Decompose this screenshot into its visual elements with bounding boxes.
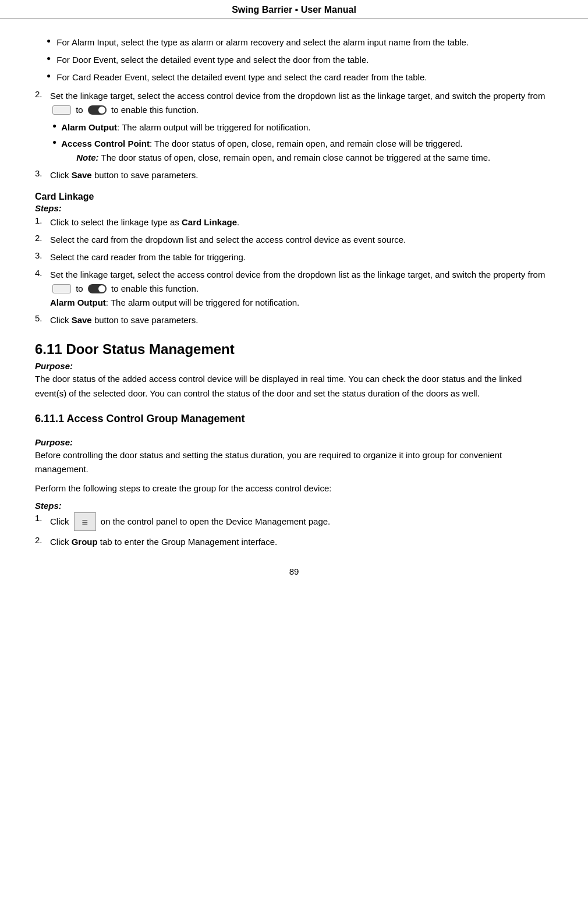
list-item: Click Save button to save parameters.	[35, 313, 553, 327]
step2-sub-items: Alarm Output: The alarm output will be t…	[35, 121, 553, 165]
access-control-desc: : The door status of open, close, remain…	[150, 139, 463, 148]
list-item: Set the linkage target, select the acces…	[35, 268, 553, 310]
step-2-text: Set the linkage target, select the acces…	[50, 89, 553, 117]
step2-text-enable: to enable this function.	[111, 105, 199, 115]
card-step-4: Set the linkage target, select the acces…	[50, 268, 553, 310]
page-header: Swing Barrier ▪ User Manual	[0, 0, 588, 19]
header-subtitle: User Manual	[301, 5, 356, 15]
bullet-item-2: For Door Event, select the detailed even…	[56, 53, 553, 67]
card-linkage-bold: Card Linkage	[182, 217, 237, 227]
main-content: For Alarm Input, select the type as alar…	[0, 30, 588, 600]
section-611-heading: 6.11 Door Status Management	[35, 341, 553, 357]
list-item: Select the card from the dropdown list a…	[35, 233, 553, 247]
list-item: Click to select the linkage type as Card…	[35, 215, 553, 229]
top-bullet-list: For Alarm Input, select the type as alar…	[35, 36, 553, 84]
step2-text-part1: Set the linkage target, select the acces…	[50, 91, 545, 101]
list-item: For Card Reader Event, select the detail…	[35, 70, 553, 84]
purpose-text-611: The door status of the added access cont…	[35, 372, 553, 401]
header-title: Swing Barrier ▪ User Manual	[232, 5, 356, 15]
alarm-output-card-label: Alarm Output	[50, 298, 106, 307]
alarm-output-card-text: : The alarm output will be triggered for…	[106, 298, 299, 307]
purpose-label-6111: Purpose:	[35, 437, 553, 447]
bullet-item-1: For Alarm Input, select the type as alar…	[56, 36, 553, 49]
card-step-2: Select the card from the dropdown list a…	[50, 233, 553, 247]
access-control-text: Access Control Point: The door status of…	[61, 137, 553, 165]
alarm-output-desc: : The alarm output will be triggered for…	[117, 122, 310, 132]
list-item: Click Group tab to enter the Group Manag…	[35, 535, 553, 549]
note-label: Note:	[76, 153, 98, 162]
device-management-icon	[74, 512, 96, 531]
header-sep: ▪	[292, 5, 301, 15]
steps-label-6111: Steps:	[35, 501, 553, 511]
toggle-on-icon-2	[88, 284, 107, 293]
purpose-label-611: Purpose:	[35, 361, 553, 371]
list-item: For Door Event, select the detailed even…	[35, 53, 553, 67]
save-bold-card: Save	[72, 315, 92, 325]
toggle-off-icon	[52, 105, 71, 115]
toggle-on-icon	[88, 105, 107, 115]
toggle-off-icon-2	[52, 284, 71, 293]
purpose-text-6111-1: Before controlling the door status and s…	[35, 448, 553, 477]
steps-6111-list: Click on the control panel to open the D…	[35, 513, 553, 549]
card-linkage-heading: Card Linkage	[35, 192, 553, 202]
step-3-text: Click Save button to save parameters.	[50, 168, 553, 182]
group-tab-bold: Group	[72, 537, 98, 547]
purpose-text-6111-2: Perform the following steps to create th…	[35, 481, 553, 496]
alarm-output-text: Alarm Output: The alarm output will be t…	[61, 121, 553, 134]
step-3-number: 3.	[35, 168, 45, 178]
step-3-block: 3. Click Save button to save parameters.	[35, 168, 553, 182]
sub-list-item-alarm: Alarm Output: The alarm output will be t…	[52, 121, 553, 134]
title-swing-barrier: Swing Barrier	[232, 5, 292, 15]
step3-save: Save	[72, 170, 92, 180]
step-2-number: 2.	[35, 89, 45, 99]
list-item: Click on the control panel to open the D…	[35, 513, 553, 532]
page-number: 89	[289, 566, 299, 576]
step-6111-1: Click on the control panel to open the D…	[50, 513, 553, 532]
access-control-label: Access Control Point	[61, 139, 150, 148]
step-6111-2: Click Group tab to enter the Group Manag…	[50, 535, 553, 549]
step3-click: Click	[50, 170, 72, 180]
card-step-1: Click to select the linkage type as Card…	[50, 215, 553, 229]
card-linkage-steps: Click to select the linkage type as Card…	[35, 215, 553, 327]
page-footer: 89	[35, 566, 553, 576]
note-block: Note: The door status of open, close, re…	[76, 153, 490, 162]
note-text: The door status of open, close, remain o…	[99, 153, 491, 162]
sub-list-item-access: Access Control Point: The door status of…	[52, 137, 553, 165]
step3-desc: button to save parameters.	[92, 170, 199, 180]
bullet-item-3: For Card Reader Event, select the detail…	[56, 70, 553, 84]
card-step-5: Click Save button to save parameters.	[50, 313, 553, 327]
card-step-3: Select the card reader from the table fo…	[50, 250, 553, 264]
section-6111-heading: 6.11.1 Access Control Group Management	[35, 413, 553, 425]
step2-text-to: to	[76, 105, 83, 115]
alarm-output-label: Alarm Output	[61, 122, 117, 132]
list-item: For Alarm Input, select the type as alar…	[35, 36, 553, 49]
steps-label-card: Steps:	[35, 203, 553, 213]
step-2-block: 2. Set the linkage target, select the ac…	[35, 89, 553, 117]
list-item: Select the card reader from the table fo…	[35, 250, 553, 264]
